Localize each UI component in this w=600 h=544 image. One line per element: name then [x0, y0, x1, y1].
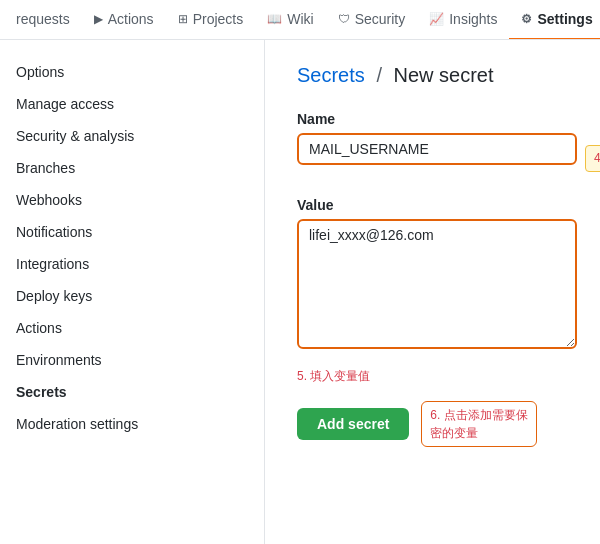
- sidebar-item-secrets[interactable]: Secrets: [0, 376, 264, 408]
- value-label: Value: [297, 197, 576, 213]
- top-nav: requests ▶ Actions ⊞ Projects 📖 Wiki 🛡 S…: [0, 0, 600, 40]
- sidebar-item-branches[interactable]: Branches: [0, 152, 264, 184]
- breadcrumb-current: New secret: [394, 64, 494, 86]
- sidebar-item-environments[interactable]: Environments: [0, 344, 264, 376]
- wiki-icon: 📖: [267, 12, 282, 26]
- nav-actions-label: Actions: [108, 11, 154, 27]
- name-annotation: 4. 填入变量名称: [585, 145, 600, 172]
- nav-projects[interactable]: ⊞ Projects: [166, 0, 256, 40]
- nav-requests-label: requests: [16, 11, 70, 27]
- sidebar-item-manage-access[interactable]: Manage access: [0, 88, 264, 120]
- sidebar-item-moderation[interactable]: Moderation settings: [0, 408, 264, 440]
- add-secret-button[interactable]: Add secret: [297, 408, 409, 440]
- name-input[interactable]: [297, 133, 577, 165]
- nav-requests[interactable]: requests: [16, 0, 82, 40]
- sidebar-item-security-analysis[interactable]: Security & analysis: [0, 120, 264, 152]
- breadcrumb: Secrets / New secret: [297, 64, 576, 87]
- sidebar-item-options[interactable]: Options: [0, 56, 264, 88]
- value-form-group: Value: [297, 197, 576, 352]
- name-label: Name: [297, 111, 577, 127]
- settings-icon: ⚙: [521, 12, 532, 26]
- main-content: Secrets / New secret Name 4. 填入变量名称 Valu…: [265, 40, 600, 544]
- breadcrumb-separator: /: [376, 64, 382, 86]
- sidebar-item-integrations[interactable]: Integrations: [0, 248, 264, 280]
- nav-insights[interactable]: 📈 Insights: [417, 0, 509, 40]
- sidebar-item-actions[interactable]: Actions: [0, 312, 264, 344]
- breadcrumb-parent[interactable]: Secrets: [297, 64, 365, 86]
- nav-projects-label: Projects: [193, 11, 244, 27]
- value-textarea[interactable]: [297, 219, 577, 349]
- sidebar-item-webhooks[interactable]: Webhooks: [0, 184, 264, 216]
- insights-icon: 📈: [429, 12, 444, 26]
- nav-wiki[interactable]: 📖 Wiki: [255, 0, 325, 40]
- nav-security-label: Security: [355, 11, 406, 27]
- sidebar-item-deploy-keys[interactable]: Deploy keys: [0, 280, 264, 312]
- nav-wiki-label: Wiki: [287, 11, 313, 27]
- security-icon: 🛡: [338, 12, 350, 26]
- name-form-group: Name: [297, 111, 577, 165]
- sidebar: Options Manage access Security & analysi…: [0, 40, 265, 544]
- projects-icon: ⊞: [178, 12, 188, 26]
- add-secret-row: Add secret 6. 点击添加需要保 密的变量: [297, 401, 576, 447]
- button-annotation-text: 6. 点击添加需要保 密的变量: [430, 408, 527, 440]
- actions-icon: ▶: [94, 12, 103, 26]
- value-section: Value 5. 填入变量值: [297, 197, 576, 385]
- sidebar-item-notifications[interactable]: Notifications: [0, 216, 264, 248]
- name-field-row: Name 4. 填入变量名称: [297, 111, 576, 181]
- nav-actions[interactable]: ▶ Actions: [82, 0, 166, 40]
- page-layout: Options Manage access Security & analysi…: [0, 40, 600, 544]
- nav-security[interactable]: 🛡 Security: [326, 0, 418, 40]
- button-annotation: 6. 点击添加需要保 密的变量: [421, 401, 536, 447]
- nav-insights-label: Insights: [449, 11, 497, 27]
- nav-settings[interactable]: ⚙ Settings: [509, 0, 600, 40]
- nav-settings-label: Settings: [537, 11, 592, 27]
- value-annotation: 5. 填入变量值: [297, 368, 576, 385]
